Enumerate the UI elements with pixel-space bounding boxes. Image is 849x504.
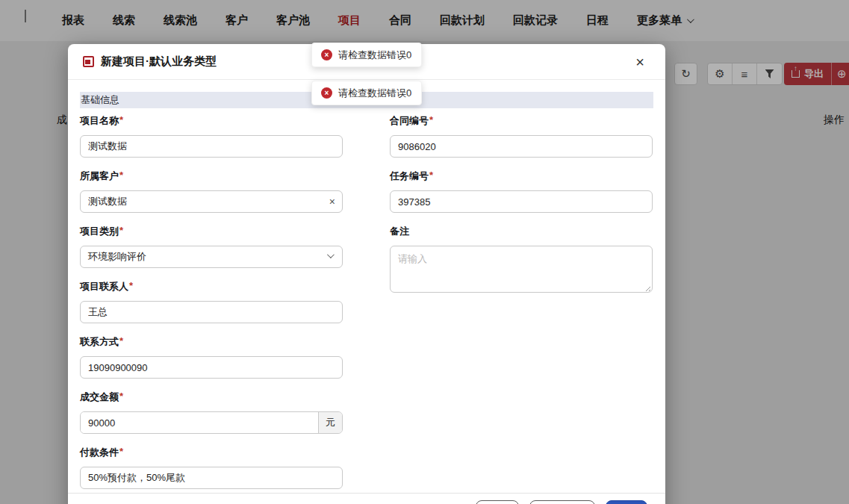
error-message: 请检查数据错误0 (338, 49, 411, 62)
required-asterisk: * (119, 225, 123, 238)
task-number-field: 任务编号 * (390, 169, 653, 213)
required-asterisk: * (119, 446, 123, 459)
new-project-dialog: 新建项目·默认业务类型 × 基础信息 项目名称 * (68, 44, 665, 504)
required-asterisk: * (119, 114, 123, 128)
form-right-column: 合同编号 * 任务编号 * 备注 (390, 114, 653, 501)
project-name-input[interactable] (80, 135, 343, 158)
project-category-label: 项目类别 (80, 225, 119, 238)
required-asterisk: * (429, 114, 433, 128)
error-icon: × (321, 49, 332, 60)
customer-field: 所属客户 * × (80, 169, 343, 213)
error-message: 请检查数据错误0 (338, 87, 411, 100)
dialog-title: 新建项目·默认业务类型 (101, 55, 217, 69)
chevron-down-icon (327, 251, 335, 258)
project-icon (83, 56, 94, 67)
payment-terms-label: 付款条件 (80, 446, 119, 459)
project-name-field: 项目名称 * (80, 114, 343, 158)
payment-terms-field: 付款条件 * (80, 446, 343, 489)
required-asterisk: * (429, 169, 433, 183)
clear-icon[interactable]: × (329, 196, 335, 208)
project-category-field: 项目类别 * 环境影响评价 (80, 225, 343, 268)
contact-phone-label: 联系方式 (80, 335, 119, 349)
project-name-label: 项目名称 (80, 114, 119, 128)
project-contact-field: 项目联系人 * (80, 280, 343, 323)
project-category-select[interactable]: 环境影响评价 (80, 246, 343, 268)
customer-label: 所属客户 (80, 169, 119, 183)
deal-amount-input[interactable] (81, 412, 318, 433)
currency-unit-suffix: 元 (318, 412, 342, 433)
remark-textarea[interactable] (390, 246, 653, 293)
form-left-column: 项目名称 * 所属客户 * × (80, 114, 343, 501)
required-asterisk: * (129, 280, 133, 293)
project-contact-input[interactable] (80, 301, 343, 323)
task-number-label: 任务编号 (390, 169, 429, 183)
section-title: 基础信息 (81, 93, 119, 107)
dialog-footer (68, 493, 665, 504)
footer-button-1[interactable] (476, 500, 519, 504)
deal-amount-field: 成交金额 * 元 (80, 391, 343, 434)
error-toast: × 请检查数据错误0 (311, 43, 422, 67)
contract-number-label: 合同编号 (390, 114, 429, 128)
app-window: 报表 线索 线索池 客户 客户池 项目 合同 回款计划 回款记录 日程 更多菜单… (0, 0, 849, 504)
footer-button-2[interactable] (529, 500, 595, 504)
footer-primary-button[interactable] (606, 500, 647, 504)
contract-number-input[interactable] (390, 135, 653, 158)
project-category-value: 环境影响评价 (88, 250, 146, 264)
customer-input[interactable] (80, 190, 343, 213)
form: 项目名称 * 所属客户 * × (80, 114, 653, 501)
task-number-input[interactable] (390, 190, 653, 213)
error-icon: × (321, 87, 332, 99)
project-contact-label: 项目联系人 (80, 280, 128, 293)
contract-number-field: 合同编号 * (390, 114, 653, 158)
remark-field: 备注 (390, 225, 653, 296)
close-icon[interactable]: × (631, 53, 649, 71)
payment-terms-input[interactable] (80, 467, 343, 489)
remark-label: 备注 (390, 225, 409, 238)
deal-amount-label: 成交金额 (80, 391, 119, 404)
required-asterisk: * (119, 169, 123, 183)
required-asterisk: * (119, 335, 123, 349)
contact-phone-field: 联系方式 * (80, 335, 343, 379)
contact-phone-input[interactable] (80, 356, 343, 379)
dialog-body: 基础信息 项目名称 * 所属客户 * (68, 80, 665, 501)
error-toast: × 请检查数据错误0 (311, 81, 422, 105)
required-asterisk: * (119, 391, 123, 404)
